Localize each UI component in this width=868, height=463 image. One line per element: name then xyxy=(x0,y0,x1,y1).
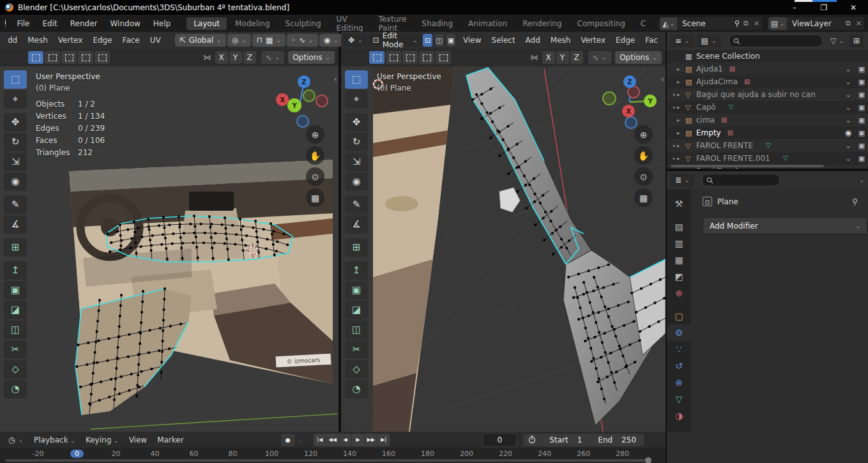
sidebar-collapse-icon[interactable]: ‹ xyxy=(661,74,664,84)
outliner-row-ajuda1[interactable]: ▸ ▧ Ajuda1 ▧ ⌄ ▣ xyxy=(667,63,868,75)
navigation-gizmo[interactable]: Z Y X xyxy=(602,72,658,130)
display-mode-dropdown[interactable]: ▤⌄ xyxy=(697,34,721,47)
outliner-row-capo[interactable]: • ▸ ▽ Capô ▽ ⌄ ▣ xyxy=(667,101,868,114)
camera-view-icon[interactable]: ⊙ xyxy=(306,167,324,186)
gizmo-axis-neg-y[interactable] xyxy=(603,92,616,105)
annotate-tool[interactable]: ✎ xyxy=(4,195,27,214)
disable-in-renders-toggle[interactable]: ▣ xyxy=(855,66,868,73)
viewport-left-canvas[interactable]: © izmocars ⬚⌖✥↻⇲◉✎∡⊞↥▣◪◫✂◇◔ User Perspec… xyxy=(0,66,339,432)
disable-in-renders-toggle[interactable]: ▣ xyxy=(855,142,868,149)
outliner-row-cima[interactable]: ▸ ▧ cima ▧ ⌄ ▣ xyxy=(667,114,868,126)
outliner-search-input[interactable] xyxy=(729,34,823,47)
select-extend-button[interactable] xyxy=(386,51,401,64)
chevron-down-icon[interactable]: ⌄ xyxy=(839,38,844,44)
auto-keying-button[interactable]: ● xyxy=(281,434,295,446)
tab-clipped[interactable]: C xyxy=(634,17,653,30)
pivot-point-dropdown[interactable]: ◎⌄ xyxy=(227,34,251,47)
mirror-axis-button[interactable]: Y xyxy=(556,51,569,64)
restore-button[interactable]: ❐ xyxy=(809,0,839,15)
outliner-row-bagui[interactable]: • ▸ ▽ Bagui que ajuda a subir no carr ⌄ … xyxy=(667,88,868,101)
minimize-button[interactable]: – xyxy=(780,0,809,15)
extrude-region-tool[interactable]: ↥ xyxy=(4,261,27,280)
spin-tool[interactable]: ◔ xyxy=(4,380,27,398)
blender-menu-icon[interactable] xyxy=(5,19,6,27)
inset-faces-tool[interactable]: ▣ xyxy=(4,281,27,300)
header-menu-item[interactable]: View xyxy=(458,36,486,45)
properties-options-icon[interactable]: ⌄ xyxy=(859,177,864,183)
select-invert-button[interactable] xyxy=(78,51,93,64)
timeline-ruler[interactable]: -200204060801001201401601802002202402602… xyxy=(0,448,666,463)
expand-arrow-icon[interactable]: ▸ xyxy=(677,66,685,72)
marker-menu[interactable]: Marker xyxy=(152,436,188,444)
select-new-button[interactable] xyxy=(369,51,385,64)
jump-to-end-button[interactable]: ▶| xyxy=(377,434,390,446)
header-menu-item[interactable]: dd xyxy=(3,36,22,45)
mode-dropdown[interactable]: ⊡ Edit Mode ⌄ xyxy=(369,34,422,47)
proportional-falloff-button[interactable]: ∿⌄ xyxy=(261,51,285,64)
header-menu-item[interactable]: Mesh xyxy=(545,36,576,45)
tab-object[interactable]: ▢ xyxy=(667,308,691,324)
editor-type-dropdown[interactable]: ≡⌄ xyxy=(671,34,694,47)
menu-item[interactable]: Help xyxy=(147,19,177,28)
editor-type-dropdown[interactable]: ✥⌄ xyxy=(344,34,367,47)
disable-in-renders-toggle[interactable]: ▣ xyxy=(855,79,868,86)
menu-item[interactable]: File xyxy=(10,19,36,28)
select-subtract-button[interactable] xyxy=(61,51,77,64)
disable-in-renders-toggle[interactable]: ▣ xyxy=(855,117,868,124)
snapping-dropdown[interactable]: ⊓▦⌄ xyxy=(252,34,286,47)
header-menu-item[interactable]: Mesh xyxy=(22,36,53,45)
select-intersect-button[interactable] xyxy=(436,51,451,64)
tab-modifiers[interactable]: ⚙ xyxy=(667,324,691,341)
transform-tool[interactable]: ◉ xyxy=(4,172,27,191)
navigation-gizmo[interactable]: Z X Y xyxy=(275,72,330,130)
disable-in-renders-toggle[interactable]: ▣ xyxy=(855,168,868,169)
select-subtract-button[interactable] xyxy=(402,51,418,64)
tab-render[interactable]: ▤ xyxy=(667,218,691,235)
expand-arrow-icon[interactable]: ▸ xyxy=(677,104,685,110)
scale-tool[interactable]: ⇲ xyxy=(4,153,27,171)
header-menu-item[interactable]: Vertex xyxy=(575,36,611,45)
select-new-button[interactable] xyxy=(28,51,43,64)
remove-viewlayer-icon[interactable]: × xyxy=(853,19,864,27)
tab-material[interactable]: ◑ xyxy=(667,407,691,424)
rotate-tool[interactable]: ↻ xyxy=(345,133,368,151)
expand-arrow-icon[interactable]: ▸ xyxy=(677,117,685,123)
expand-arrow-icon[interactable]: ▸ xyxy=(677,168,685,169)
transform-tool[interactable]: ◉ xyxy=(345,172,368,191)
header-menu-item[interactable]: Edge xyxy=(88,36,117,45)
poly-build-tool[interactable]: ◇ xyxy=(4,360,27,379)
tab-tool[interactable]: ⚒ xyxy=(667,195,691,212)
bevel-tool[interactable]: ◪ xyxy=(4,301,27,319)
mirror-axis-button[interactable]: Z xyxy=(243,51,256,64)
tab-output[interactable]: ▥ xyxy=(667,235,691,252)
menu-item[interactable]: Render xyxy=(64,19,104,28)
disable-in-renders-toggle[interactable]: ▣ xyxy=(855,130,868,137)
poly-build-tool[interactable]: ◇ xyxy=(345,360,368,379)
gizmo-axis-neg-y[interactable] xyxy=(303,90,315,102)
options-dropdown[interactable]: Options⌄ xyxy=(288,51,335,64)
options-dropdown[interactable]: Options⌄ xyxy=(615,51,662,64)
header-menu-item[interactable]: Fac xyxy=(640,36,663,45)
keying-set-chevron-icon[interactable]: ⌄ xyxy=(298,437,303,443)
hide-in-viewport-toggle[interactable]: ⌄ xyxy=(841,78,855,86)
timeline-scrollbar[interactable] xyxy=(5,459,650,462)
zoom-icon[interactable]: ⊕ xyxy=(306,125,324,144)
pin-icon[interactable] xyxy=(851,198,859,206)
spin-tool[interactable]: ◔ xyxy=(345,380,368,398)
header-menu-item[interactable]: Edge xyxy=(611,36,640,45)
mirror-axis-button[interactable]: X xyxy=(215,51,228,64)
editor-type-dropdown[interactable]: ≣⌄ xyxy=(671,174,694,186)
select-box-tool[interactable]: ⬚ xyxy=(345,70,368,89)
outliner-horizontal-scrollbar[interactable] xyxy=(671,165,824,167)
toggle-perspective-icon[interactable]: ▦ xyxy=(306,188,324,207)
toggle-perspective-icon[interactable]: ▦ xyxy=(634,188,653,207)
expand-arrow-icon[interactable]: ▸ xyxy=(677,130,685,136)
measure-tool[interactable]: ∡ xyxy=(4,215,27,234)
tab-physics[interactable]: ↺ xyxy=(667,358,691,374)
gizmo-axis-neg-x[interactable] xyxy=(316,95,328,107)
face-select-button[interactable]: ▣ xyxy=(446,34,455,47)
tab-scene[interactable]: ◩ xyxy=(667,268,691,285)
sidebar-collapse-icon[interactable]: ‹ xyxy=(334,74,337,84)
tab-compositing[interactable]: Compositing xyxy=(570,17,632,30)
hide-in-viewport-toggle[interactable]: ◉ xyxy=(841,129,855,137)
